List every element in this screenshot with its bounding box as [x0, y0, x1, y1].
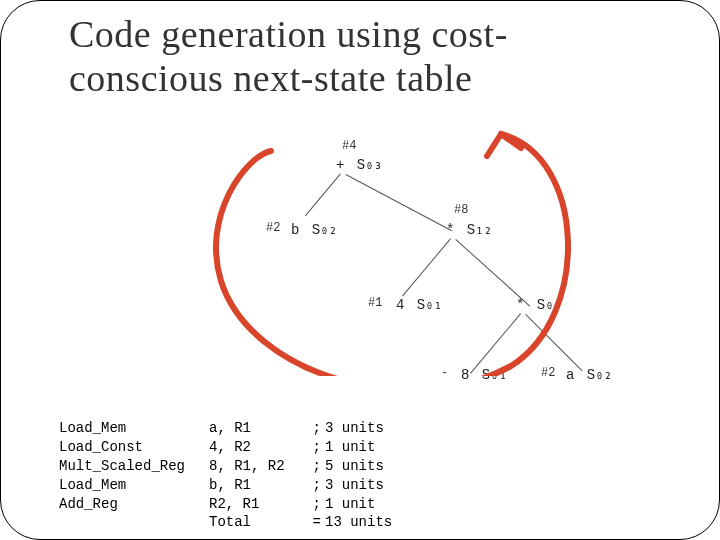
- node-state: S₀₃: [357, 157, 382, 173]
- slide-title: Code generation using cost- conscious ne…: [69, 13, 508, 100]
- node-annot-num: #2: [266, 221, 280, 235]
- args: 4, R2: [209, 438, 309, 457]
- args: Total: [209, 513, 309, 532]
- instr: [59, 513, 209, 532]
- instr: Load_Mem: [59, 476, 209, 495]
- node-label: b: [291, 222, 299, 238]
- parse-tree: #4 + S₀₃ #2 b S₀₂ #8 * S₁₂ #1 4 S₀₁ * S₀…: [246, 121, 606, 381]
- instr: Mult_Scaled_Reg: [59, 457, 209, 476]
- tree-node: 4 S₀₁: [396, 296, 442, 313]
- sep: ;: [309, 457, 325, 476]
- code-row: Load_Mem b, R1 ; 3 units: [59, 476, 415, 495]
- node-state: S₀₅: [537, 297, 562, 313]
- code-listing: Load_Mem a, R1 ; 3 units Load_Const 4, R…: [59, 419, 415, 532]
- node-label: 4: [396, 297, 404, 313]
- args: 8, R1, R2: [209, 457, 309, 476]
- node-label: *: [446, 222, 454, 238]
- tree-node: * S₀₅: [516, 296, 562, 313]
- tree-edge: [305, 173, 341, 216]
- node-label: a: [566, 367, 574, 383]
- tree-edge: [470, 313, 521, 373]
- cost: 3 units: [325, 476, 415, 495]
- args: a, R1: [209, 419, 309, 438]
- instr: Load_Mem: [59, 419, 209, 438]
- sep: ;: [309, 495, 325, 514]
- cost: 5 units: [325, 457, 415, 476]
- node-annot-num: #8: [454, 203, 468, 217]
- node-annot-num: #4: [342, 139, 356, 153]
- args: R2, R1: [209, 495, 309, 514]
- sep: =: [309, 513, 325, 532]
- cost: 13 units: [325, 513, 415, 532]
- node-state: S₀₁: [417, 297, 442, 313]
- slide-frame: Code generation using cost- conscious ne…: [0, 0, 720, 540]
- code-row: Total = 13 units: [59, 513, 415, 532]
- tree-node: 8 S₀₁: [461, 366, 507, 383]
- node-label: *: [516, 297, 524, 313]
- args: b, R1: [209, 476, 309, 495]
- cost: 1 unit: [325, 495, 415, 514]
- node-state: S₀₂: [312, 222, 337, 238]
- tree-edge: [525, 314, 582, 371]
- node-label: 8: [461, 367, 469, 383]
- code-row: Load_Const 4, R2 ; 1 unit: [59, 438, 415, 457]
- code-row: Add_Reg R2, R1 ; 1 unit: [59, 495, 415, 514]
- code-row: Mult_Scaled_Reg 8, R1, R2 ; 5 units: [59, 457, 415, 476]
- cost: 1 unit: [325, 438, 415, 457]
- node-annot-num: #2: [541, 366, 555, 380]
- tree-node-root: + S₀₃: [336, 156, 382, 173]
- node-state: S₀₁: [482, 367, 507, 383]
- sep: ;: [309, 476, 325, 495]
- node-annot-num: -: [441, 366, 448, 380]
- title-line-1: Code generation using cost-: [69, 13, 508, 55]
- sep: ;: [309, 438, 325, 457]
- tree-node: b S₀₂: [291, 221, 337, 238]
- tree-edge: [346, 174, 452, 231]
- tree-edge: [402, 238, 451, 296]
- cost: 3 units: [325, 419, 415, 438]
- node-annot-num: #1: [368, 296, 382, 310]
- node-state: S₁₂: [467, 222, 492, 238]
- instr: Load_Const: [59, 438, 209, 457]
- node-state: S₀₂: [587, 367, 612, 383]
- tree-node: a S₀₂: [566, 366, 612, 383]
- node-label: +: [336, 157, 344, 173]
- code-row: Load_Mem a, R1 ; 3 units: [59, 419, 415, 438]
- instr: Add_Reg: [59, 495, 209, 514]
- tree-node: * S₁₂: [446, 221, 492, 238]
- sep: ;: [309, 419, 325, 438]
- title-line-2: conscious next-state table: [69, 57, 472, 99]
